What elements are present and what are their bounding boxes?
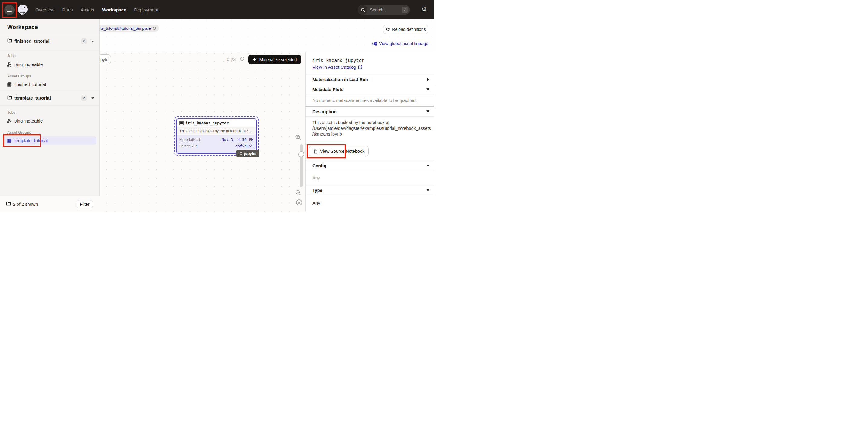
view-global-asset-lineage-link[interactable]: View global asset lineage [372, 41, 428, 46]
section-metadata-plots[interactable]: Metadata Plots [312, 87, 343, 92]
download-graph-icon[interactable] [296, 199, 303, 207]
repo-count-badge: 2 [81, 95, 87, 101]
table-icon [179, 121, 184, 125]
folder-icon [6, 202, 11, 207]
materialized-value[interactable]: Nov 3, 4:56 PM [222, 138, 253, 142]
asset-filter-input[interactable]: pyte [99, 55, 111, 64]
materialize-selected-label: Materialize selected [259, 57, 297, 62]
filter-button[interactable]: Filter [76, 200, 93, 209]
view-source-notebook-label: View Source Notebook [320, 149, 365, 154]
jobs-section-label: Jobs [7, 54, 16, 58]
zoom-slider-handle[interactable] [298, 151, 304, 157]
asset-description-text: This asset is backed by the notebook at … [312, 120, 431, 137]
code-location-label: te_tutorial@tutorial_template [100, 26, 151, 31]
job-icon [7, 62, 11, 66]
latest-run-label: Latest Run [179, 144, 197, 148]
lineage-icon [372, 41, 377, 46]
jobs-section-label: Jobs [7, 110, 16, 115]
refresh-icon[interactable] [240, 56, 245, 62]
nav-item-workspace[interactable]: Workspace [102, 7, 126, 12]
type-value[interactable]: Any [312, 200, 320, 206]
jupyter-logo-icon [238, 151, 243, 156]
section-materialization-last-run[interactable]: Materialization in Last Run [312, 77, 368, 82]
job-name: ping_noteable [14, 118, 43, 123]
job-name: ping_noteable [14, 62, 43, 67]
repo-row-template-tutorial[interactable]: template_tutorial 2 [0, 91, 99, 105]
sidebar-item-group-template-tutorial[interactable]: template_tutorial [3, 137, 96, 145]
chevron-down-icon[interactable] [427, 111, 430, 113]
section-description[interactable]: Description [312, 109, 337, 114]
nav-item-overview[interactable]: Overview [35, 7, 55, 12]
materialize-selected-button[interactable]: Materialize selected [248, 55, 301, 64]
asset-group-icon [7, 139, 11, 143]
gear-icon[interactable]: ⚙ [422, 6, 427, 13]
lineage-link-label: View global asset lineage [379, 41, 428, 46]
chevron-down-icon[interactable] [427, 88, 430, 90]
sparkle-icon [252, 57, 257, 62]
sidebar-title: Workspace [7, 24, 38, 31]
sidebar-item-job-ping-noteable[interactable]: ping_noteable [3, 60, 96, 68]
panel-asset-title: iris_kmeans_jupyter [312, 58, 365, 63]
asset-group-name: template_tutorial [14, 138, 48, 143]
chevron-down-icon[interactable] [91, 97, 94, 99]
top-nav-items: Overview Runs Assets Workspace Deploymen… [35, 0, 158, 19]
code-location-chip[interactable]: te_tutorial@tutorial_template [99, 25, 159, 32]
text-cursor [108, 57, 109, 62]
config-value: Any [312, 176, 320, 180]
sidebar-item-job-ping-noteable-2[interactable]: ping_noteable [3, 117, 96, 125]
reload-definitions-button[interactable]: Reload definitions [383, 25, 428, 34]
folder-icon [7, 38, 12, 44]
top-nav-bar: Overview Runs Assets Workspace Deploymen… [0, 0, 434, 19]
asset-group-name: finished_tutorial [14, 82, 46, 87]
repo-count-badge: 2 [81, 38, 87, 44]
sidebar-footer: 2 of 2 shown Filter [0, 196, 99, 212]
nav-item-assets[interactable]: Assets [81, 7, 94, 12]
metadata-empty-message: No numeric metadata entries available to… [312, 98, 417, 103]
reload-icon [385, 27, 390, 31]
refresh-timer: 0:23 [227, 57, 236, 62]
search-shortcut-badge: / [402, 7, 408, 13]
asset-groups-section-label: Asset Groups [7, 130, 31, 134]
job-icon [7, 119, 11, 123]
section-type[interactable]: Type [312, 188, 322, 193]
zoom-in-icon[interactable] [295, 134, 302, 142]
view-source-notebook-button[interactable]: View Source Notebook [309, 146, 369, 156]
sidebar-item-group-finished-tutorial[interactable]: finished_tutorial [3, 80, 96, 88]
asset-node-description: This asset is backed by the notebook at … [177, 127, 256, 134]
reload-definitions-label: Reload definitions [392, 27, 426, 32]
compute-kind-label: jupyter [244, 152, 257, 156]
view-in-asset-catalog-link[interactable]: View in Asset Catalog [312, 64, 362, 69]
workspace-sidebar: Workspace finished_tutorial 2 Jobs ping_… [0, 19, 99, 212]
search-input[interactable]: Search... / [358, 5, 410, 15]
hamburger-menu-icon [7, 7, 12, 8]
asset-node-iris-kmeans-jupyter[interactable]: iris_kmeans_jupyter This asset is backed… [176, 118, 257, 154]
catalog-link-label: View in Asset Catalog [312, 64, 356, 69]
chevron-right-icon[interactable] [427, 78, 430, 81]
search-placeholder: Search... [370, 7, 402, 12]
chevron-down-icon[interactable] [91, 40, 94, 42]
repo-name: template_tutorial [14, 95, 51, 100]
asset-filter-value: pyte [100, 57, 108, 62]
zoom-out-icon[interactable] [295, 190, 302, 197]
nav-item-runs[interactable]: Runs [62, 7, 73, 12]
asset-groups-section-label: Asset Groups [7, 74, 31, 79]
hamburger-menu-button[interactable] [4, 5, 14, 15]
dagster-app: Overview Runs Assets Workspace Deploymen… [0, 0, 434, 212]
external-link-icon [358, 65, 362, 69]
latest-run-value[interactable]: ebf5d159 [235, 144, 253, 148]
nav-item-deployment[interactable]: Deployment [134, 7, 158, 12]
chevron-down-icon[interactable] [427, 189, 430, 191]
search-icon [358, 5, 368, 14]
materialized-label: Materialized [179, 138, 199, 142]
asset-detail-panel: iris_kmeans_jupyter View in Asset Catalo… [306, 52, 434, 212]
section-config[interactable]: Config [312, 163, 326, 168]
asset-group-icon [7, 82, 11, 87]
refresh-icon[interactable] [152, 26, 156, 30]
zoom-slider[interactable] [300, 144, 303, 187]
repo-row-finished-tutorial[interactable]: finished_tutorial 2 [0, 34, 99, 49]
chevron-down-icon[interactable] [427, 164, 430, 167]
repo-count-summary: 2 of 2 shown [13, 202, 38, 207]
dagster-logo[interactable] [17, 4, 28, 16]
compute-kind-tag-jupyter[interactable]: jupyter [236, 150, 259, 157]
asset-node-title: iris_kmeans_jupyter [185, 121, 229, 125]
